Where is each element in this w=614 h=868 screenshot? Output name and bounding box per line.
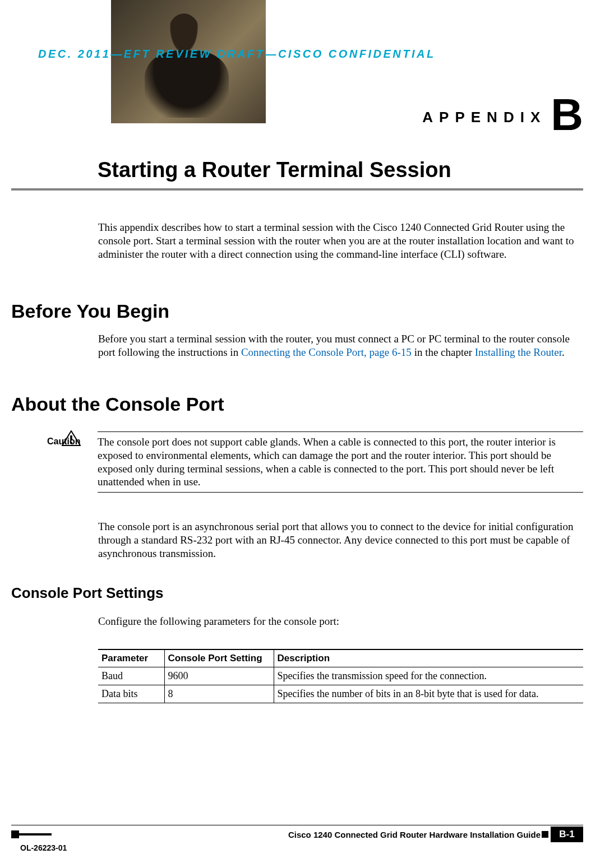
table-row: Baud 9600 Specifies the transmission spe… — [98, 667, 583, 685]
caution-icon — [62, 430, 81, 446]
footer-ol-number: OL-26223-01 — [20, 843, 583, 852]
td-parameter: Data bits — [98, 685, 164, 703]
footer-rule — [11, 825, 583, 825]
before-body-post: . — [562, 346, 565, 358]
about-body: The console port is an asynchronous seri… — [98, 520, 583, 560]
before-body: Before you start a terminal session with… — [98, 332, 583, 359]
table-header-row: Parameter Console Port Setting Descripti… — [98, 649, 583, 667]
footer-square-decor — [542, 831, 548, 838]
caution-rule-top — [98, 431, 583, 432]
td-parameter: Baud — [98, 667, 164, 685]
confidential-banner: DEC. 2011—EFT REVIEW DRAFT—CISCO CONFIDE… — [38, 48, 543, 61]
appendix-letter: B — [551, 92, 583, 137]
heading-before-you-begin: Before You Begin — [11, 300, 169, 322]
th-parameter: Parameter — [98, 649, 164, 667]
hero-image — [111, 0, 266, 123]
document-page: DEC. 2011—EFT REVIEW DRAFT—CISCO CONFIDE… — [0, 0, 614, 868]
td-description: Specifies the transmission speed for the… — [274, 667, 583, 685]
page-footer: Cisco 1240 Connected Grid Router Hardwar… — [11, 825, 583, 852]
intro-paragraph: This appendix describes how to start a t… — [98, 221, 583, 261]
link-installing-the-router[interactable]: Installing the Router — [475, 346, 562, 358]
td-setting: 8 — [164, 685, 274, 703]
th-description: Description — [274, 649, 583, 667]
console-port-settings-table: Parameter Console Port Setting Descripti… — [98, 649, 583, 703]
chapter-title: Starting a Router Terminal Session — [98, 158, 580, 182]
heading-console-port-settings: Console Port Settings — [11, 584, 164, 602]
link-connecting-console-port[interactable]: Connecting the Console Port, page 6-15 — [241, 346, 412, 358]
settings-body: Configure the following parameters for t… — [98, 615, 583, 628]
caution-rule-bottom — [98, 492, 583, 493]
svg-rect-2 — [70, 442, 72, 444]
caution-text: The console port does not support cable … — [98, 435, 583, 489]
footer-box-left — [11, 830, 19, 838]
td-description: Specifies the number of bits in an 8-bit… — [274, 685, 583, 703]
footer-doc-title: Cisco 1240 Connected Grid Router Hardwar… — [11, 830, 551, 839]
th-setting: Console Port Setting — [164, 649, 274, 667]
heading-about-console-port: About the Console Port — [11, 393, 224, 415]
appendix-label: APPENDIX — [422, 109, 546, 126]
before-body-mid: in the chapter — [412, 346, 475, 358]
caution-block: Caution The console port does not suppor… — [47, 431, 583, 493]
title-rule — [11, 188, 583, 191]
table-row: Data bits 8 Specifies the number of bits… — [98, 685, 583, 703]
td-setting: 9600 — [164, 667, 274, 685]
footer-page-number: B-1 — [551, 827, 583, 842]
svg-rect-1 — [70, 435, 72, 440]
appendix-header: APPENDIX B — [268, 92, 583, 137]
